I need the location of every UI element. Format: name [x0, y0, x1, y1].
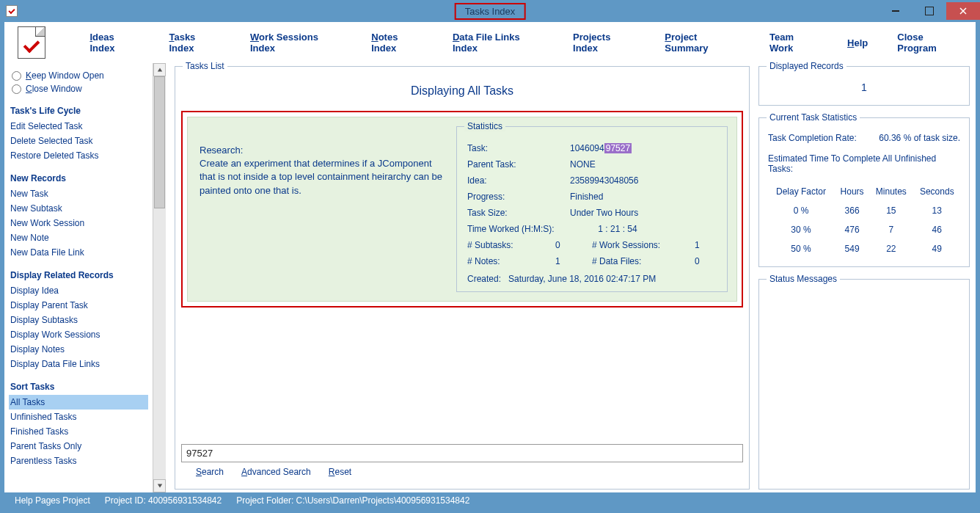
displayed-records-value: 1	[767, 77, 962, 98]
stat-idea-label: Idea:	[467, 175, 570, 186]
logo-icon	[18, 26, 45, 59]
footer-help[interactable]: Help Pages Project	[15, 495, 90, 506]
nav-edit-task[interactable]: Edit Selected Task	[9, 119, 148, 134]
nav-new-task[interactable]: New Task	[9, 186, 148, 201]
menu-team[interactable]: Team Work	[769, 32, 818, 54]
th-delay: Delay Factor	[768, 183, 834, 200]
task-card[interactable]: Research: Create an experiment that dete…	[187, 117, 737, 302]
search-link[interactable]: Search	[196, 467, 224, 477]
tasks-list-panel: Tasks List Displaying All Tasks Research…	[175, 66, 750, 490]
stat-size-label: Task Size:	[467, 208, 570, 218]
nav-unfinished[interactable]: Unfinished Tasks	[9, 410, 148, 424]
nav-disp-notes[interactable]: Display Notes	[9, 342, 148, 357]
app-icon	[6, 5, 18, 17]
nav-finished[interactable]: Finished Tasks	[9, 424, 148, 439]
stat-df-label: # Data Files:	[592, 256, 695, 266]
statistics-panel: Statistics Task:104609497527 Parent Task…	[456, 126, 728, 292]
stat-worked-label: Time Worked (H:M:S):	[467, 224, 570, 234]
scrollbar[interactable]	[153, 63, 166, 492]
section-sort: Sort Tasks	[9, 382, 148, 392]
stat-df-value: 0	[695, 256, 717, 266]
stat-sub-label: # Subtasks:	[467, 240, 555, 250]
nav-disp-data[interactable]: Display Data File Links	[9, 357, 148, 371]
section-display: Display Related Records	[9, 270, 148, 280]
scroll-thumb[interactable]	[154, 76, 165, 208]
nav-disp-work[interactable]: Display Work Sessions	[9, 327, 148, 342]
scroll-down-button[interactable]	[153, 479, 166, 492]
stat-progress-value: Finished	[570, 192, 717, 202]
table-row: 50 %5492249	[768, 240, 960, 258]
task-desc-body: Create an experiment that determines if …	[200, 157, 447, 197]
reset-link[interactable]: Reset	[329, 467, 351, 477]
completion-rate-value: 60.36 % of task size.	[879, 133, 960, 143]
table-row: 30 %476746	[768, 221, 960, 239]
th-seconds: Seconds	[914, 183, 960, 200]
estimated-time-label: Estimated Time To Complete All Unfinishe…	[767, 148, 962, 181]
menu-work[interactable]: Work Sessions Index	[250, 32, 342, 54]
section-life-cycle: Task's Life Cycle	[9, 106, 148, 116]
current-task-stats-legend: Current Task Statistics	[767, 112, 860, 123]
menu-close[interactable]: Close Program	[897, 32, 962, 54]
menu-help[interactable]: Help	[847, 37, 868, 48]
menu-summary[interactable]: Project Summary	[665, 32, 740, 54]
nav-disp-idea[interactable]: Display Idea	[9, 283, 148, 298]
stat-sub-value: 0	[555, 240, 592, 250]
th-hours: Hours	[835, 183, 869, 200]
stat-task-label: Task:	[467, 143, 570, 153]
nav-restore-task[interactable]: Restore Deleted Tasks	[9, 148, 148, 163]
stat-parent-value: NONE	[570, 159, 717, 170]
window-title: Tasks Index	[455, 3, 526, 20]
nav-parentless[interactable]: Parentless Tasks	[9, 454, 148, 468]
displayed-records-panel: Displayed Records 1	[758, 66, 970, 106]
task-card-highlight: Research: Create an experiment that dete…	[181, 111, 743, 308]
stat-size-value: Under Two Hours	[570, 208, 717, 218]
stat-created-value: Saturday, June 18, 2016 02:47:17 PM	[508, 274, 656, 284]
nav-parent-only[interactable]: Parent Tasks Only	[9, 439, 148, 454]
advanced-search-link[interactable]: Advanced Search	[241, 467, 311, 477]
statistics-legend: Statistics	[464, 121, 505, 131]
nav-disp-sub[interactable]: Display Subtasks	[9, 313, 148, 327]
stat-notes-label: # Notes:	[467, 256, 555, 266]
status-messages-legend: Status Messages	[767, 274, 840, 284]
nav-new-subtask[interactable]: New Subtask	[9, 201, 148, 216]
footer-project-folder: Project Folder: C:\Users\Darren\Projects…	[236, 495, 469, 506]
close-button[interactable]	[946, 2, 980, 20]
stat-ws-label: # Work Sessions:	[592, 240, 695, 250]
status-messages-panel: Status Messages	[758, 279, 970, 490]
menu-ideas[interactable]: Ideas Index	[89, 32, 139, 54]
task-desc-title: Research:	[200, 144, 447, 157]
footer-project-id: Project ID: 400956931534842	[105, 495, 222, 506]
stat-created-label: Created:	[467, 274, 501, 284]
radio-close-window[interactable]: Close Window	[9, 82, 148, 95]
th-minutes: Minutes	[870, 183, 913, 200]
nav-delete-task[interactable]: Delete Selected Task	[9, 134, 148, 148]
displayed-records-legend: Displayed Records	[767, 61, 846, 71]
nav-new-note[interactable]: New Note	[9, 230, 148, 245]
nav-all-tasks[interactable]: All Tasks	[9, 395, 148, 410]
maximize-button[interactable]	[913, 2, 946, 20]
tasks-list-title: Displaying All Tasks	[181, 84, 743, 98]
stat-parent-label: Parent Task:	[467, 159, 570, 170]
titlebar: Tasks Index	[0, 0, 980, 22]
nav-disp-parent[interactable]: Display Parent Task	[9, 298, 148, 313]
search-input[interactable]	[181, 444, 743, 462]
current-task-stats-panel: Current Task Statistics Task Completion …	[758, 117, 970, 267]
completion-rate-label: Task Completion Rate:	[768, 133, 857, 143]
scroll-up-button[interactable]	[153, 63, 166, 76]
section-new-records: New Records	[9, 173, 148, 183]
stat-progress-label: Progress:	[467, 192, 570, 202]
stat-idea-value: 23589943048056	[570, 175, 717, 186]
nav-new-data[interactable]: New Data File Link	[9, 245, 148, 260]
delay-table: Delay Factor Hours Minutes Seconds 0 %36…	[767, 181, 962, 259]
menu-tasks[interactable]: Tasks Index	[169, 32, 221, 54]
menu-data[interactable]: Data File Links Index	[453, 32, 544, 54]
menu-notes[interactable]: Notes Index	[371, 32, 423, 54]
radio-keep-open[interactable]: Keep Window Open	[9, 69, 148, 82]
nav-new-work[interactable]: New Work Session	[9, 216, 148, 230]
task-description: Research: Create an experiment that dete…	[197, 126, 447, 292]
minimize-button[interactable]	[879, 2, 913, 20]
footer: Help Pages Project Project ID: 400956931…	[4, 492, 976, 509]
sidebar: Keep Window Open Close Window Task's Lif…	[4, 63, 153, 492]
menu-projects[interactable]: Projects Index	[573, 32, 635, 54]
stat-notes-value: 1	[555, 256, 592, 266]
